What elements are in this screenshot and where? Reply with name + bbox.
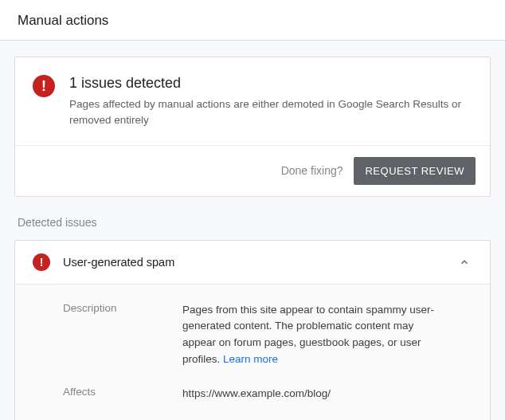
issue-card: ! User-generated spam Description Pages … (14, 240, 491, 421)
description-label: Description (63, 302, 182, 369)
learn-more-link[interactable]: Learn more (223, 353, 278, 365)
summary-text: 1 issues detected Pages affected by manu… (69, 75, 472, 129)
description-value: Pages from this site appear to contain s… (182, 302, 472, 369)
page-header: Manual actions (0, 0, 505, 41)
affects-value: https://www.example.com/blog/ (182, 386, 472, 402)
summary-top: ! 1 issues detected Pages affected by ma… (15, 57, 490, 145)
description-text: Pages from this site appear to contain s… (182, 304, 434, 366)
issue-title: User-generated spam (63, 256, 444, 269)
request-review-button[interactable]: REQUEST REVIEW (354, 157, 476, 185)
content-area: ! 1 issues detected Pages affected by ma… (0, 41, 505, 420)
alert-icon: ! (33, 75, 55, 97)
affects-label: Affects (63, 386, 182, 402)
issue-body: Description Pages from this site appear … (15, 284, 490, 421)
summary-description: Pages affected by manual actions are eit… (69, 96, 472, 129)
chevron-up-icon (456, 254, 472, 270)
alert-icon: ! (33, 253, 50, 271)
summary-title: 1 issues detected (69, 75, 472, 92)
detected-issues-label: Detected issues (18, 216, 491, 229)
summary-actions: Done fixing? REQUEST REVIEW (15, 145, 490, 196)
done-fixing-prompt: Done fixing? (281, 164, 343, 177)
issue-header[interactable]: ! User-generated spam (15, 241, 490, 284)
page-title: Manual actions (18, 13, 487, 29)
description-row: Description Pages from this site appear … (63, 302, 472, 369)
summary-card: ! 1 issues detected Pages affected by ma… (14, 57, 491, 197)
affects-row: Affects https://www.example.com/blog/ (63, 386, 472, 402)
